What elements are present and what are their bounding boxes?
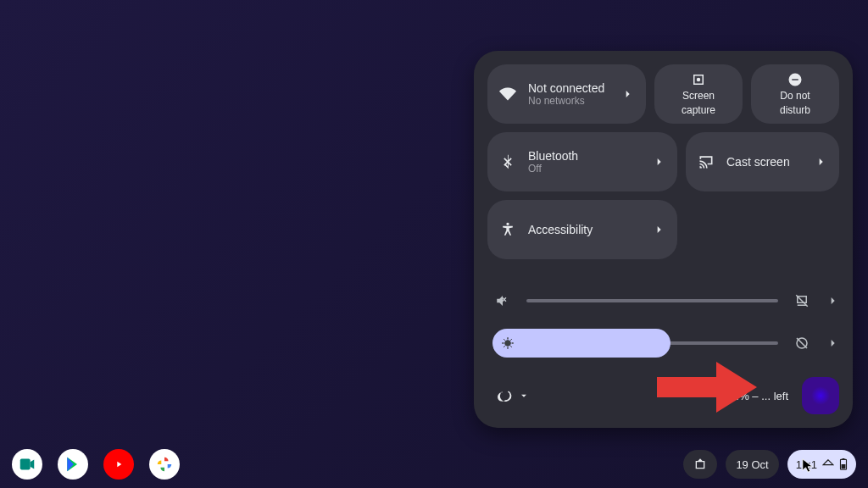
chevron-right-icon[interactable] [826, 336, 839, 350]
brightness-slider[interactable] [487, 328, 839, 358]
brightness-icon [501, 336, 515, 350]
volume-mute-icon[interactable] [487, 286, 518, 316]
accessibility-title: Accessibility [528, 223, 652, 236]
cast-icon [698, 153, 715, 170]
bluetooth-title: Bluetooth [528, 149, 652, 163]
clock-label: 11:1 [796, 458, 817, 471]
brightness-track[interactable] [492, 341, 778, 345]
desktop: Not connected No networks Screen capture… [0, 0, 868, 488]
tote-icon [693, 458, 707, 471]
svg-rect-6 [842, 464, 846, 469]
settings-button[interactable] [802, 377, 839, 414]
dnd-tile[interactable]: Do not disturb [751, 64, 839, 124]
app-google-meet[interactable] [12, 449, 42, 480]
svg-rect-5 [843, 458, 845, 459]
svg-rect-3 [20, 459, 31, 470]
taskbar: 19 Oct 11:1 [0, 441, 868, 488]
accessibility-icon [499, 221, 516, 238]
chevron-right-icon[interactable] [814, 155, 827, 169]
status-tray[interactable]: 11:1 [787, 450, 856, 479]
wifi-title: Not connected [528, 81, 620, 95]
dnd-icon [787, 72, 803, 87]
wifi-tile[interactable]: Not connected No networks [487, 64, 646, 124]
date-chip[interactable]: 19 Oct [726, 450, 778, 479]
audio-output-icon[interactable] [787, 286, 817, 316]
screen-capture-line2: capture [682, 105, 715, 116]
screen-capture-tile[interactable]: Screen capture [654, 64, 743, 124]
screen-capture-line1: Screen [682, 91, 715, 102]
volume-slider[interactable] [487, 286, 839, 316]
app-play-store[interactable] [58, 449, 88, 480]
accessibility-tile[interactable]: Accessibility [487, 200, 677, 259]
chevron-right-icon[interactable] [620, 87, 634, 101]
power-menu[interactable] [487, 381, 540, 410]
volume-track[interactable] [526, 299, 778, 302]
night-light-icon[interactable] [787, 328, 817, 358]
brightness-fill [492, 329, 670, 358]
settings-icon [811, 386, 830, 405]
power-icon [498, 388, 513, 403]
highlight-arrow-icon [657, 362, 759, 413]
date-label: 19 Oct [736, 458, 768, 471]
app-youtube[interactable] [103, 449, 134, 480]
chevron-down-icon [518, 390, 530, 402]
cast-title: Cast screen [726, 155, 814, 169]
app-google-photos[interactable] [149, 449, 180, 480]
tote-button[interactable] [683, 450, 717, 479]
chevron-right-icon[interactable] [826, 294, 839, 308]
wifi-sub: No networks [528, 95, 620, 107]
wifi-off-icon [499, 86, 516, 103]
cast-tile[interactable]: Cast screen [686, 132, 839, 191]
bluetooth-sub: Off [528, 163, 652, 175]
quick-settings-panel: Not connected No networks Screen capture… [474, 51, 853, 428]
bluetooth-off-icon [499, 153, 516, 170]
dnd-line1: Do not [780, 91, 810, 102]
dnd-line2: disturb [780, 105, 810, 116]
bluetooth-tile[interactable]: Bluetooth Off [487, 132, 677, 191]
chevron-right-icon[interactable] [652, 155, 665, 169]
network-tray-icon [822, 458, 834, 470]
battery-tray-icon [839, 458, 848, 470]
battery-status: 54% – ... left [727, 390, 788, 402]
chevron-right-icon[interactable] [652, 223, 665, 236]
camera-icon [691, 72, 706, 87]
